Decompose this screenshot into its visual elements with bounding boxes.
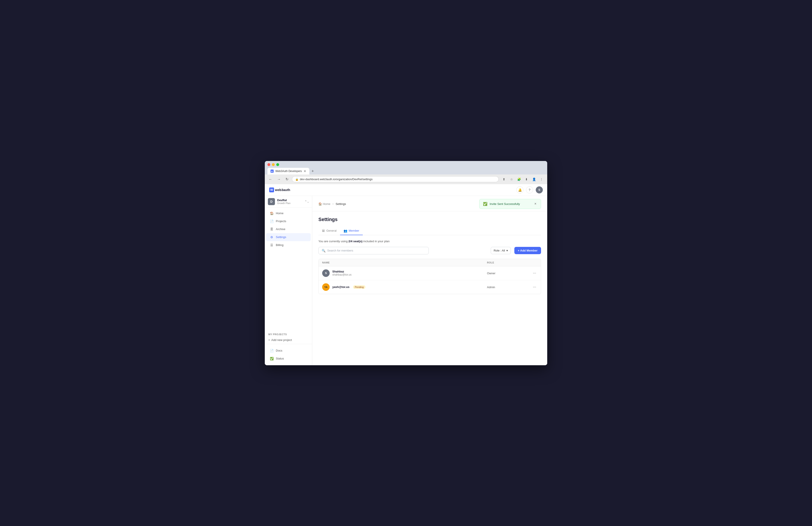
billing-icon: ☰ — [270, 243, 274, 247]
more-options-shahbaz[interactable]: ··· — [531, 270, 538, 276]
add-project-plus-icon: + — [268, 338, 270, 342]
forward-button[interactable]: → — [276, 176, 282, 182]
archive-icon: 🗄 — [270, 227, 274, 231]
billing-label: Billing — [276, 243, 284, 247]
org-name: DevRel — [277, 199, 302, 202]
profile-icon[interactable]: 👤 — [531, 176, 537, 182]
pending-badge-yash: Pending — [353, 285, 365, 289]
add-project-button[interactable]: + Add new project — [268, 338, 308, 342]
app-body: D DevRel Growth Plan ⌃⌵ 🏠 Home 📄 — [265, 196, 547, 365]
member-cell-yash: YA yash@tor.us Pending — [319, 280, 483, 294]
back-button[interactable]: ← — [267, 176, 274, 182]
tab-favicon: W — [271, 170, 274, 173]
breadcrumb: 🏠 Home > Settings — [318, 202, 346, 205]
org-selector[interactable]: D DevRel Growth Plan ⌃⌵ — [265, 196, 312, 208]
traffic-lights — [267, 163, 545, 166]
breadcrumb-home[interactable]: 🏠 Home — [318, 202, 330, 205]
breadcrumb-separator: > — [332, 202, 334, 205]
settings-label: Settings — [276, 236, 286, 239]
members-controls: 🔍 Role : All ▾ + Add Member — [318, 247, 541, 254]
member-email-shahbaz: shahbaz@tor.us — [332, 273, 351, 276]
sidebar-item-settings[interactable]: ⚙ Settings — [266, 233, 311, 241]
role-cell-shahbaz: Owner — [483, 268, 527, 278]
org-chevron-icon: ⌃⌵ — [304, 200, 309, 203]
svg-text:W: W — [271, 170, 273, 172]
minimize-traffic-light[interactable] — [272, 163, 275, 166]
my-projects-label: My Projects — [268, 333, 308, 336]
logo-text: web3auth — [275, 188, 290, 192]
seats-info: You are currently using 2/4 seat(s) incl… — [318, 240, 541, 243]
more-options-yash[interactable]: ··· — [531, 284, 538, 290]
sidebar-item-docs[interactable]: 📄 Docs — [266, 347, 311, 355]
tab-title: Web3Auth Developers — [275, 170, 302, 173]
sidebar-nav: 🏠 Home 📄 Projects 🗄 Archive ⚙ Settings — [265, 208, 312, 330]
projects-icon: 📄 — [270, 219, 274, 223]
members-table: NAME ROLE S Shahbaz sh — [318, 259, 541, 294]
sidebar-item-home[interactable]: 🏠 Home — [266, 209, 311, 217]
member-name-shahbaz: Shahbaz — [332, 270, 351, 273]
general-tab-icon: 🏛 — [322, 229, 325, 232]
download-icon[interactable]: ⬇ — [523, 176, 530, 182]
bookmark-icon[interactable]: ☆ — [508, 176, 514, 182]
archive-label: Archive — [276, 227, 285, 231]
member-name-yash: yash@tor.us — [332, 285, 349, 289]
toast-close-button[interactable]: × — [534, 202, 537, 206]
address-bar[interactable]: 🔒 dev-dashboard.web3auth.io/organization… — [292, 176, 499, 182]
member-details-shahbaz: Shahbaz shahbaz@tor.us — [332, 270, 351, 276]
main-content-area: 🏠 Home > Settings ✅ Invite Sent Successf… — [312, 196, 547, 365]
projects-label: Projects — [276, 219, 286, 223]
member-avatar-yash: YA — [322, 283, 330, 291]
status-icon: ✅ — [270, 357, 274, 360]
app: W web3auth 🔔 ? S D DevRel Growth Plan — [265, 184, 547, 365]
role-filter-label: Role : All — [494, 249, 505, 252]
general-tab-label: General — [327, 229, 336, 232]
help-icon[interactable]: ? — [526, 186, 533, 194]
role-filter-dropdown[interactable]: Role : All ▾ — [491, 247, 511, 254]
home-icon: 🏠 — [270, 211, 274, 215]
sidebar-bottom: 📄 Docs ✅ Status — [265, 344, 312, 365]
sidebar-item-archive[interactable]: 🗄 Archive — [266, 225, 311, 233]
tab-close-button[interactable]: ✕ — [304, 169, 306, 173]
tab-member[interactable]: 👥 Member — [340, 227, 363, 235]
lock-icon: 🔒 — [295, 178, 299, 181]
page-content: Settings 🏛 General 👥 Member — [312, 211, 547, 365]
member-name-row-yash: yash@tor.us Pending — [332, 285, 365, 289]
tab-general[interactable]: 🏛 General — [318, 227, 340, 235]
toast-message: Invite Sent Successfully — [490, 202, 531, 205]
logo-icon: W — [269, 187, 274, 192]
search-box: 🔍 — [318, 247, 429, 254]
main-header: 🏠 Home > Settings ✅ Invite Sent Successf… — [312, 196, 547, 211]
browser-tabs: W Web3Auth Developers ✕ + — [267, 168, 545, 174]
notification-bell-icon[interactable]: 🔔 — [516, 186, 523, 194]
org-plan: Growth Plan — [277, 202, 302, 204]
extensions-icon[interactable]: 🧩 — [516, 176, 522, 182]
browser-window: W Web3Auth Developers ✕ + ← → ↻ 🔒 dev-da… — [265, 161, 547, 365]
user-avatar[interactable]: S — [536, 186, 543, 194]
maximize-traffic-light[interactable] — [276, 163, 279, 166]
page-title: Settings — [318, 217, 541, 222]
sidebar-item-billing[interactable]: ☰ Billing — [266, 241, 311, 249]
table-row: S Shahbaz shahbaz@tor.us Owner — [319, 266, 541, 280]
new-tab-button[interactable]: + — [310, 168, 316, 174]
menu-icon[interactable]: ⋮ — [538, 176, 545, 182]
member-details-yash: yash@tor.us Pending — [332, 285, 365, 289]
role-cell-yash: Admin — [483, 282, 527, 292]
url-text: dev-dashboard.web3auth.io/organization/D… — [300, 177, 373, 181]
seats-count: 2/4 seat(s) — [348, 240, 363, 243]
sidebar-item-projects[interactable]: 📄 Projects — [266, 217, 311, 225]
success-toast: ✅ Invite Sent Successfully × — [479, 199, 541, 209]
column-role: ROLE — [483, 259, 527, 266]
share-icon[interactable]: ⬆ — [501, 176, 507, 182]
member-avatar-shahbaz: S — [322, 269, 330, 277]
member-info-yash: YA yash@tor.us Pending — [322, 283, 480, 291]
breadcrumb-current: Settings — [336, 202, 346, 205]
active-tab[interactable]: W Web3Auth Developers ✕ — [267, 168, 309, 174]
home-label: Home — [276, 212, 284, 215]
sidebar-item-status[interactable]: ✅ Status — [266, 355, 311, 362]
table-row: YA yash@tor.us Pending — [319, 280, 541, 294]
browser-toolbar: ← → ↻ 🔒 dev-dashboard.web3auth.io/organi… — [265, 174, 547, 184]
reload-button[interactable]: ↻ — [284, 176, 290, 182]
search-input[interactable] — [327, 249, 425, 252]
close-traffic-light[interactable] — [267, 163, 270, 166]
add-member-button[interactable]: + Add Member — [514, 247, 541, 254]
